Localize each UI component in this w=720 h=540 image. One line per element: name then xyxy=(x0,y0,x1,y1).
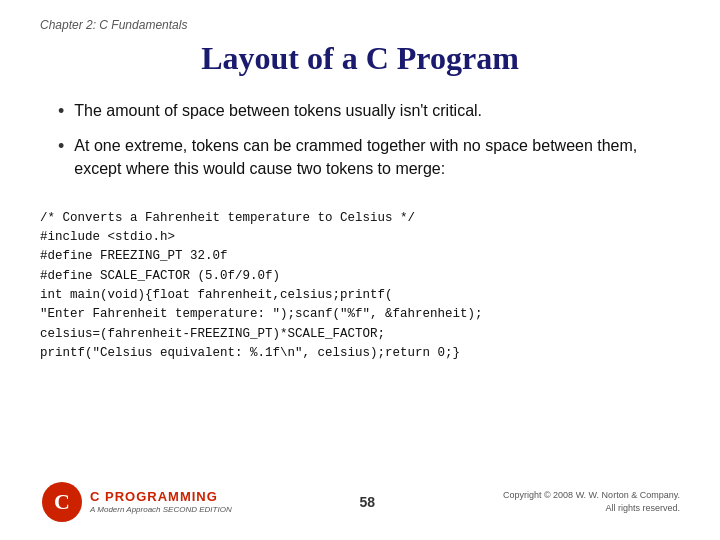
logo-title: C PROGRAMMING xyxy=(90,490,232,504)
page-number: 58 xyxy=(232,494,503,510)
logo-subtitle: A Modern Approach SECOND EDITION xyxy=(90,505,232,514)
bullet-dot-1: • xyxy=(58,99,64,124)
svg-text:C: C xyxy=(54,489,70,514)
footer-copyright: Copyright © 2008 W. W. Norton & Company.… xyxy=(503,489,680,514)
slide-title: Layout of a C Program xyxy=(40,40,680,77)
bullet-list: • The amount of space between tokens usu… xyxy=(58,99,680,191)
bullet-item-2: • At one extreme, tokens can be crammed … xyxy=(58,134,680,180)
bullet-dot-2: • xyxy=(58,134,64,159)
bullet-text-1: The amount of space between tokens usual… xyxy=(74,99,482,122)
chapter-header: Chapter 2: C Fundamentals xyxy=(40,18,680,32)
slide-page: Chapter 2: C Fundamentals Layout of a C … xyxy=(0,0,720,540)
footer-logo: C C PROGRAMMING A Modern Approach SECOND… xyxy=(40,480,232,524)
c-logo-icon: C xyxy=(40,480,84,524)
bullet-item-1: • The amount of space between tokens usu… xyxy=(58,99,680,124)
bullet-text-2: At one extreme, tokens can be crammed to… xyxy=(74,134,680,180)
logo-text: C PROGRAMMING A Modern Approach SECOND E… xyxy=(90,490,232,513)
slide-footer: C C PROGRAMMING A Modern Approach SECOND… xyxy=(40,472,680,524)
code-block: /* Converts a Fahrenheit temperature to … xyxy=(40,209,680,364)
